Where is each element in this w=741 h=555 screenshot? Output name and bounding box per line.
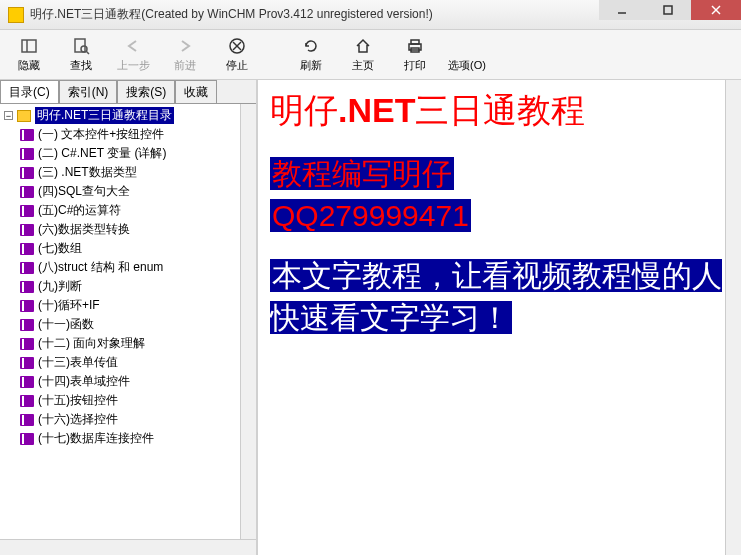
home-button[interactable]: 主页 (338, 32, 388, 77)
tree-item[interactable]: (五)C#的运算符 (2, 201, 254, 220)
book-icon (20, 414, 34, 426)
tab-search[interactable]: 搜索(S) (117, 80, 175, 103)
tree-item[interactable]: (十二) 面向对象理解 (2, 334, 254, 353)
tree-item-label: (一) 文本控件+按纽控件 (38, 126, 164, 143)
tree-scrollbar-horizontal[interactable] (0, 539, 256, 555)
tree-item[interactable]: (十三)表单传值 (2, 353, 254, 372)
tree-item-label: (十六)选择控件 (38, 411, 118, 428)
content-scrollbar-vertical[interactable] (725, 80, 741, 555)
forward-icon (175, 36, 195, 56)
author-block: 教程编写明仔 QQ279999471 (270, 153, 729, 237)
tree-item[interactable]: (八)struct 结构 和 enum (2, 258, 254, 277)
tree-item-label: (三) .NET数据类型 (38, 164, 137, 181)
maximize-button[interactable] (645, 0, 691, 20)
tab-favorites[interactable]: 收藏 (175, 80, 217, 103)
close-button[interactable] (691, 0, 741, 20)
book-icon (20, 167, 34, 179)
book-icon (20, 300, 34, 312)
tree-item[interactable]: (十七)数据库连接控件 (2, 429, 254, 448)
book-icon (20, 357, 34, 369)
print-button[interactable]: 打印 (390, 32, 440, 77)
tab-index[interactable]: 索引(N) (59, 80, 118, 103)
svg-rect-4 (22, 40, 36, 52)
tree-item[interactable]: (六)数据类型转换 (2, 220, 254, 239)
home-icon (353, 36, 373, 56)
svg-rect-1 (664, 6, 672, 14)
tree-item[interactable]: (十)循环+IF (2, 296, 254, 315)
minimize-button[interactable] (599, 0, 645, 20)
tree-item-label: (二) C#.NET 变量 (详解) (38, 145, 166, 162)
contents-tree: − 明仔.NET三日通教程目录 (一) 文本控件+按纽控件(二) C#.NET … (2, 106, 254, 448)
tree-item-label: (四)SQL查句大全 (38, 183, 130, 200)
navigation-panel: 目录(C) 索引(N) 搜索(S) 收藏 − 明仔.NET三日通教程目录 (一)… (0, 80, 258, 555)
options-button[interactable]: 选项(O) (442, 32, 492, 77)
stop-button[interactable]: 停止 (212, 32, 262, 77)
tree-scrollbar-vertical[interactable] (240, 104, 256, 555)
book-icon (20, 319, 34, 331)
page-title: 明仔.NET三日通教程 (270, 88, 729, 133)
forward-button[interactable]: 前进 (160, 32, 210, 77)
tab-contents[interactable]: 目录(C) (0, 80, 59, 103)
book-icon (20, 186, 34, 198)
refresh-icon (301, 36, 321, 56)
tree-item[interactable]: (三) .NET数据类型 (2, 163, 254, 182)
tree-item-label: (九)判断 (38, 278, 82, 295)
tree-item[interactable]: (九)判断 (2, 277, 254, 296)
tree-item-label: (十四)表单域控件 (38, 373, 130, 390)
svg-rect-13 (411, 40, 419, 44)
book-icon (20, 433, 34, 445)
tree-item[interactable]: (七)数组 (2, 239, 254, 258)
tree-root-label: 明仔.NET三日通教程目录 (35, 107, 174, 124)
book-icon (20, 338, 34, 350)
refresh-button[interactable]: 刷新 (286, 32, 336, 77)
tree-item[interactable]: (十五)按钮控件 (2, 391, 254, 410)
tree-item-label: (十三)表单传值 (38, 354, 118, 371)
print-icon (405, 36, 425, 56)
folder-icon (17, 110, 31, 122)
window-title: 明仔.NET三日通教程(Created by WinCHM Prov3.412 … (30, 6, 599, 23)
hide-icon (19, 36, 39, 56)
back-icon (123, 36, 143, 56)
window-buttons (599, 0, 741, 29)
tree-item-label: (十二) 面向对象理解 (38, 335, 145, 352)
book-icon (20, 129, 34, 141)
nav-tabs: 目录(C) 索引(N) 搜索(S) 收藏 (0, 80, 256, 104)
book-icon (20, 376, 34, 388)
svg-line-8 (86, 51, 89, 54)
toolbar: 隐藏 查找 上一步 前进 停止 刷新 主页 打印 选项(O) (0, 30, 741, 80)
book-icon (20, 205, 34, 217)
content-pane: 明仔.NET三日通教程 教程编写明仔 QQ279999471 本文字教程，让看视… (258, 80, 741, 555)
book-icon (20, 148, 34, 160)
tree-item-label: (十七)数据库连接控件 (38, 430, 154, 447)
stop-icon (227, 36, 247, 56)
book-icon (20, 243, 34, 255)
tree-root[interactable]: − 明仔.NET三日通教程目录 (2, 106, 254, 125)
tree-item-label: (八)struct 结构 和 enum (38, 259, 163, 276)
tree-item[interactable]: (二) C#.NET 变量 (详解) (2, 144, 254, 163)
back-button[interactable]: 上一步 (108, 32, 158, 77)
tree-item-label: (六)数据类型转换 (38, 221, 130, 238)
tree-item[interactable]: (十六)选择控件 (2, 410, 254, 429)
tree-item[interactable]: (十四)表单域控件 (2, 372, 254, 391)
description-block: 本文字教程，让看视频教程慢的人 快速看文字学习！ (270, 255, 729, 339)
book-icon (20, 395, 34, 407)
book-icon (20, 281, 34, 293)
tree-item[interactable]: (一) 文本控件+按纽控件 (2, 125, 254, 144)
collapse-icon[interactable]: − (4, 111, 13, 120)
tree-item-label: (七)数组 (38, 240, 82, 257)
tree-item-label: (十一)函数 (38, 316, 94, 333)
find-icon (71, 36, 91, 56)
tree-item-label: (十)循环+IF (38, 297, 100, 314)
app-icon (8, 7, 24, 23)
book-icon (20, 224, 34, 236)
titlebar: 明仔.NET三日通教程(Created by WinCHM Prov3.412 … (0, 0, 741, 30)
tree-item[interactable]: (四)SQL查句大全 (2, 182, 254, 201)
book-icon (20, 262, 34, 274)
options-icon (457, 36, 477, 56)
tree-item-label: (五)C#的运算符 (38, 202, 121, 219)
tree-item-label: (十五)按钮控件 (38, 392, 118, 409)
tree-item[interactable]: (十一)函数 (2, 315, 254, 334)
hide-button[interactable]: 隐藏 (4, 32, 54, 77)
find-button[interactable]: 查找 (56, 32, 106, 77)
